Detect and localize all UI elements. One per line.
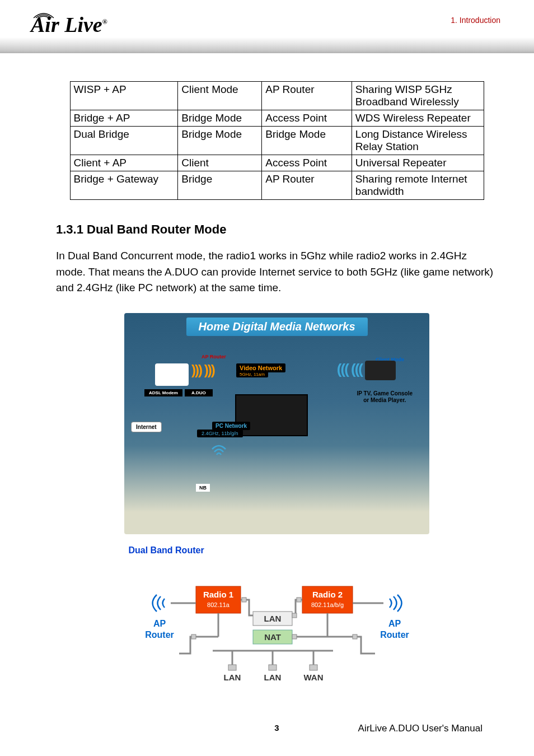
table-row: Bridge + Gateway Bridge AP Router Sharin… xyxy=(70,171,484,200)
port-icon xyxy=(269,665,277,670)
nb-label: NB xyxy=(196,484,210,492)
logo-text: Air Live xyxy=(31,13,102,36)
radio1-label: Radio 1 xyxy=(203,590,233,599)
router-device-icon xyxy=(155,363,189,386)
ap-left-label: AP xyxy=(153,619,166,628)
radio1-sublabel: 802.11a xyxy=(207,601,230,608)
table-cell: Long Distance Wireless Relay Station xyxy=(352,127,484,155)
table-cell: Access Point xyxy=(262,110,352,127)
table-cell: Sharing remote Internet bandwidth xyxy=(352,171,484,200)
dual-band-diagram: AP Router AP Router Radio 1 802.11a Radi… xyxy=(129,564,425,687)
table-cell: Client Mode xyxy=(178,82,262,110)
table-cell: Access Point xyxy=(262,155,352,171)
table-cell: WISP + AP xyxy=(70,82,178,110)
brand-logo: Air Live® xyxy=(31,12,107,37)
table-cell: Bridge Mode xyxy=(262,127,352,155)
section-heading: 1.3.1 Dual Band Router Mode xyxy=(56,222,498,237)
aduo-label: A.DUO xyxy=(185,389,213,396)
table-cell: Bridge Mode xyxy=(178,110,262,127)
mode-table: WISP + AP Client Mode AP Router Sharing … xyxy=(70,81,484,200)
antenna-waves-left-icon xyxy=(152,595,165,612)
iptv-label: IP TV, Game Console or Media Player. xyxy=(357,390,413,404)
wifi-waves-icon: ((( ((( xyxy=(337,361,362,378)
client-device-icon xyxy=(365,361,396,380)
router-right-label: Router xyxy=(380,630,409,640)
page-content: WISP + AP Client Mode AP Router Sharing … xyxy=(0,53,534,706)
iptv-line1: IP TV, Game Console xyxy=(357,390,413,396)
video-network-sublabel: 5GHz, 11a/n xyxy=(236,371,268,377)
page-header: Air Live® 1. Introduction xyxy=(0,0,534,53)
table-cell: Bridge Mode xyxy=(178,127,262,155)
nat-label: NAT xyxy=(264,632,281,642)
table-cell: AP Router xyxy=(262,82,352,110)
wifi-icon xyxy=(211,445,227,460)
diagram-figure: Dual Band Router AP Router AP Router Rad… xyxy=(129,545,425,689)
promo-image: Home Digital Media Networks AP Router ))… xyxy=(124,313,429,534)
lan-label: LAN xyxy=(264,614,281,623)
table-cell: AP Router xyxy=(262,171,352,200)
table-cell: WDS Wireless Repeater xyxy=(352,110,484,127)
table-row: WISP + AP Client Mode AP Router Sharing … xyxy=(70,82,484,110)
table-cell: Dual Bridge xyxy=(70,127,178,155)
table-cell: Client + AP xyxy=(70,155,178,171)
footer-manual-title: AirLive A.DUO User's Manual xyxy=(358,723,483,734)
table-cell: Bridge xyxy=(178,171,262,200)
table-row: Dual Bridge Bridge Mode Bridge Mode Long… xyxy=(70,127,484,155)
table-cell: Universal Repeater xyxy=(352,155,484,171)
ap-router-label: AP Router xyxy=(202,354,226,360)
logo-registered: ® xyxy=(102,18,107,26)
port-icon xyxy=(310,665,317,670)
promo-figure: Home Digital Media Networks AP Router ))… xyxy=(56,313,498,534)
page-footer: 3 AirLive A.DUO User's Manual xyxy=(0,723,534,749)
table-row: Client + AP Client Access Point Universa… xyxy=(70,155,484,171)
pc-network-label: PC Network xyxy=(212,422,250,430)
table-cell: Bridge + AP xyxy=(70,110,178,127)
pc-network-sublabel: 2.4GHz, 11b/g/n xyxy=(197,430,243,437)
wifi-waves-icon: ))) ))) xyxy=(191,362,214,378)
svg-rect-1 xyxy=(297,598,301,602)
port-lan-label: LAN xyxy=(264,673,281,682)
radio2-label: Radio 2 xyxy=(312,590,342,599)
table-cell: Bridge + Gateway xyxy=(70,171,178,200)
radio2-sublabel: 802.11a/b/g xyxy=(311,601,343,608)
port-lan-label: LAN xyxy=(223,673,241,682)
internet-label: Internet xyxy=(131,422,162,432)
ap-right-label: AP xyxy=(388,619,401,628)
port-wan-label: WAN xyxy=(303,673,323,682)
body-paragraph: In Dual Band Concurrent mode, the radio1… xyxy=(56,248,498,296)
svg-rect-2 xyxy=(292,613,297,618)
svg-rect-3 xyxy=(191,634,196,639)
diagram-title: Dual Band Router xyxy=(129,545,425,556)
svg-rect-4 xyxy=(353,634,357,639)
chapter-label: 1. Introduction xyxy=(451,16,500,25)
promo-title: Home Digital Media Networks xyxy=(186,318,367,336)
table-row: Bridge + AP Bridge Mode Access Point WDS… xyxy=(70,110,484,127)
svg-rect-0 xyxy=(242,598,246,602)
table-cell: Client xyxy=(178,155,262,171)
svg-rect-5 xyxy=(292,634,297,639)
router-left-label: Router xyxy=(145,630,174,640)
port-icon xyxy=(228,665,236,670)
table-cell: Sharing WISP 5GHz Broadband Wirelessly xyxy=(352,82,484,110)
iptv-line2: or Media Player. xyxy=(363,397,406,403)
adsl-modem-label: ADSL Modem xyxy=(144,389,182,396)
antenna-waves-right-icon xyxy=(390,595,402,612)
